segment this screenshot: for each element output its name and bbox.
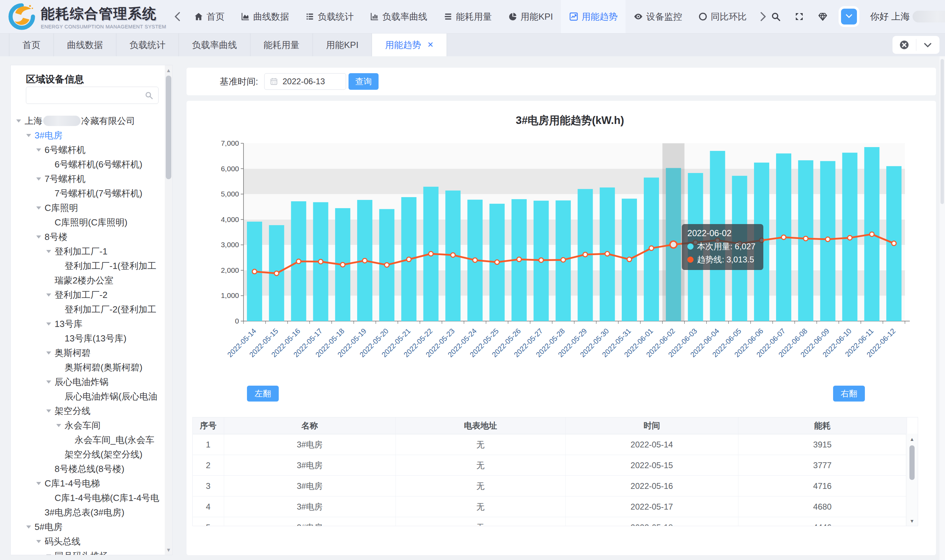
tab-5[interactable]: 能耗用量 (251, 34, 313, 56)
tree-node[interactable]: 瑞蒙2楼办公室 (11, 273, 163, 288)
tree-node[interactable]: 架空分线(架空分线) (11, 447, 163, 462)
tree-node[interactable]: 6号螺杆机 (11, 143, 163, 157)
tree-node[interactable]: 6号螺杆机(6号螺杆机) (11, 157, 163, 172)
tree-node[interactable]: 码头总线 (11, 534, 163, 549)
device-search-input[interactable] (26, 91, 145, 100)
tree-node[interactable]: C库照明(C库照明) (11, 215, 163, 229)
tree-node[interactable]: 登利加工厂-2 (11, 288, 163, 302)
line-marker-2022-05-24[interactable] (473, 258, 477, 262)
tab-4[interactable]: 负载率曲线 (179, 34, 251, 56)
tab-2[interactable]: 曲线数据 (54, 34, 116, 56)
table-row[interactable]: 13#电房无2022-05-143915 (193, 434, 907, 455)
caret-down-icon[interactable] (46, 554, 51, 555)
tree-node[interactable]: 登利加工厂-1 (11, 244, 163, 258)
search-icon[interactable] (771, 11, 781, 22)
tree-node[interactable]: 奥斯柯碧(奥斯柯碧) (11, 360, 163, 375)
line-marker-2022-05-26[interactable] (517, 257, 521, 262)
page-right-button[interactable]: 右翻 (833, 386, 865, 402)
line-marker-2022-06-09[interactable] (825, 237, 830, 242)
caret-down-icon[interactable] (36, 177, 41, 183)
caret-down-icon[interactable] (36, 482, 41, 488)
base-date-input[interactable]: 2022-06-13 (264, 73, 346, 90)
nav-item-7[interactable]: 用能趋势 (561, 0, 625, 33)
line-marker-2022-05-25[interactable] (495, 260, 499, 265)
tree-node[interactable]: 3#电房总表(3#电房) (11, 505, 163, 520)
query-button[interactable]: 查询 (348, 73, 379, 90)
user-dropdown-button[interactable] (841, 9, 857, 25)
line-marker-2022-05-19[interactable] (363, 258, 367, 263)
scrollbar-thumb[interactable] (940, 59, 944, 204)
tree-node[interactable]: 8号楼总线(8号楼) (11, 462, 163, 476)
scrollbar-thumb[interactable] (166, 75, 171, 179)
line-marker-2022-05-21[interactable] (406, 257, 411, 262)
tree-node[interactable]: C库1-4号电梯(C库1-4号电 (11, 491, 163, 505)
line-marker-2022-05-27[interactable] (539, 258, 543, 262)
tree-node[interactable]: 同月码头堆场 (11, 549, 163, 555)
line-marker-2022-05-14[interactable] (252, 269, 257, 274)
line-marker-2022-06-08[interactable] (803, 236, 808, 241)
tree-node[interactable]: 奥斯柯碧 (11, 346, 163, 360)
line-marker-2022-05-31[interactable] (627, 257, 632, 262)
line-marker-2022-05-28[interactable] (561, 258, 565, 262)
caret-down-icon[interactable] (56, 424, 61, 429)
energy-trend-chart[interactable]: 01,0002,0003,0004,0005,0006,0007,0002022… (186, 128, 936, 370)
line-marker-2022-06-01[interactable] (649, 246, 654, 250)
table-row[interactable]: 53#电房无2022-05-184446 (193, 517, 907, 526)
sidebar-scrollbar[interactable]: ▲ ▼ (165, 65, 172, 555)
table-row[interactable]: 33#电房无2022-05-164716 (193, 476, 907, 497)
scroll-down-icon[interactable]: ▼ (906, 518, 918, 524)
line-marker-2022-05-18[interactable] (340, 262, 345, 267)
line-marker-2022-05-16[interactable] (296, 259, 301, 264)
nav-item-3[interactable]: 负载统计 (297, 0, 362, 33)
tab-menu-chevron-icon[interactable] (923, 40, 933, 50)
tree-node[interactable]: 辰心电油炸锅 (11, 375, 163, 389)
tab-3[interactable]: 负载统计 (116, 34, 179, 56)
tree-node[interactable]: C库1-4号电梯 (11, 476, 163, 491)
line-marker-2022-05-20[interactable] (385, 263, 389, 267)
caret-down-icon[interactable] (26, 134, 31, 140)
nav-item-1[interactable]: 首页 (186, 0, 232, 33)
tab-6[interactable]: 用能KPI (313, 34, 372, 56)
line-marker-2022-06-10[interactable] (848, 235, 852, 240)
caret-down-icon[interactable] (46, 250, 51, 255)
caret-down-icon[interactable] (36, 206, 41, 212)
caret-down-icon[interactable] (36, 540, 41, 546)
tree-node[interactable]: 永会车间_电(永会车 (11, 432, 163, 447)
nav-item-2[interactable]: 曲线数据 (232, 0, 297, 33)
line-marker-2022-05-29[interactable] (583, 252, 588, 257)
caret-down-icon[interactable] (46, 351, 51, 357)
scroll-down-icon[interactable]: ▼ (165, 547, 172, 553)
tree-node[interactable]: 8号楼 (11, 229, 163, 244)
tree-node[interactable]: 辰心电油炸锅(辰心电油 (11, 389, 163, 404)
tab-close-icon[interactable]: ✕ (427, 40, 434, 49)
tree-node[interactable]: 上海冷藏有限公司 (11, 114, 163, 128)
caret-down-icon[interactable] (36, 148, 41, 154)
nav-item-8[interactable]: 设备监控 (625, 0, 690, 33)
scroll-up-icon[interactable]: ▲ (906, 436, 918, 442)
caret-down-icon[interactable] (46, 380, 51, 386)
line-marker-2022-06-02[interactable] (670, 241, 677, 248)
table-row[interactable]: 23#电房无2022-05-153777 (193, 455, 907, 476)
tree-node[interactable]: 13号库(13号库) (11, 331, 163, 346)
tree-node[interactable]: 3#电房 (11, 128, 163, 143)
table-row[interactable]: 43#电房无2022-05-174680 (193, 497, 907, 517)
caret-down-icon[interactable] (16, 120, 21, 125)
scrollbar-thumb[interactable] (910, 445, 914, 480)
search-icon[interactable] (145, 91, 153, 100)
tree-node[interactable]: C库照明 (11, 201, 163, 215)
page-left-button[interactable]: 左翻 (247, 386, 279, 402)
line-marker-2022-06-11[interactable] (870, 232, 874, 237)
tree-node[interactable]: 永会车间 (11, 418, 163, 432)
scroll-up-icon[interactable]: ▲ (165, 67, 172, 73)
nav-back-chevron-icon[interactable] (172, 11, 184, 22)
tree-node[interactable]: 7号螺杆机(7号螺杆机) (11, 186, 163, 201)
line-marker-2022-05-15[interactable] (274, 271, 279, 275)
tab-7[interactable]: 用能趋势✕ (372, 34, 447, 56)
tree-node[interactable]: 5#电房 (11, 520, 163, 534)
line-marker-2022-05-22[interactable] (429, 252, 433, 256)
line-marker-2022-06-12[interactable] (892, 241, 896, 246)
tab-1[interactable]: 首页 (9, 34, 54, 56)
fullscreen-icon[interactable] (794, 11, 805, 22)
caret-down-icon[interactable] (46, 323, 51, 328)
table-scrollbar[interactable]: ▲ ▼ (906, 434, 918, 526)
